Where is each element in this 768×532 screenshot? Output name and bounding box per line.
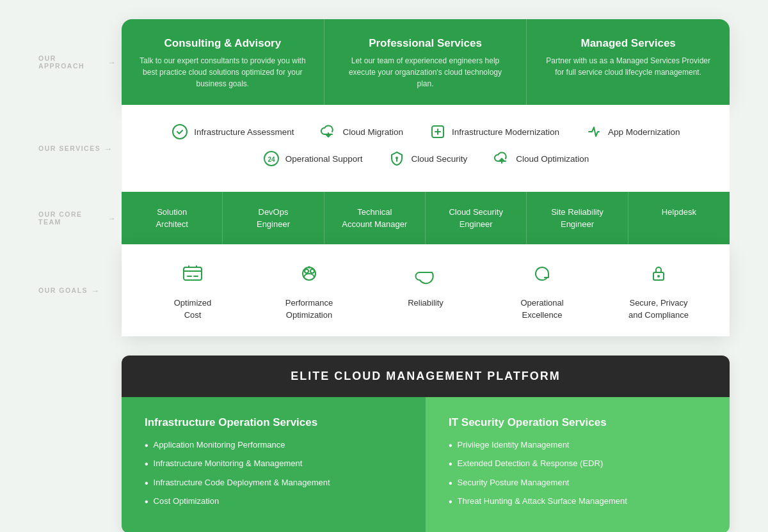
svg-point-0 — [173, 125, 187, 139]
platform-right-heading: IT Security Operation Services — [449, 416, 707, 429]
platform-left-heading: Infrastructure Operation Services — [145, 416, 403, 429]
goal-cost-label: Optimized Cost — [174, 297, 212, 320]
managed-title: Managed Services — [545, 37, 712, 50]
services-row1: Infrastructure Assessment Cloud Migratio… — [147, 123, 704, 141]
services-card: Infrastructure Assessment Cloud Migratio… — [122, 105, 730, 192]
platform-right-item-1: Privilege Identity Management — [449, 439, 707, 453]
team-devops-engineer: DevOps Engineer — [223, 192, 324, 244]
consulting-col: Consulting & Advisory Talk to our expert… — [122, 19, 324, 105]
platform-header: ELITE CLOUD MANAGEMENT PLATFORM — [122, 356, 730, 397]
service-app-modern: App Modernization — [585, 123, 680, 141]
consulting-title: Consulting & Advisory — [140, 37, 306, 50]
top-green-section: Consulting & Advisory Talk to our expert… — [122, 19, 730, 105]
approach-label-col: OUR APPROACH → — [38, 19, 122, 105]
goal-secure-label: Secure, Privacy and Compliance — [628, 297, 689, 320]
core-team-label-col: OUR CORE TEAM → — [38, 192, 122, 244]
op-support-icon: 24 — [262, 150, 280, 168]
service-app-modern-label: App Modernization — [608, 127, 680, 137]
approach-label: OUR APPROACH → — [38, 54, 116, 70]
team-account-manager: Technical Account Manager — [324, 192, 426, 244]
goal-op-label: Operational Excellence — [520, 297, 563, 320]
professional-title: Professional Services — [342, 37, 509, 50]
services-row: OUR SERVICES → In — [38, 105, 730, 192]
goal-op-icon — [531, 262, 554, 290]
page-wrapper: OUR APPROACH → Consulting & Advisory Tal… — [0, 0, 768, 532]
platform-right: IT Security Operation Services Privilege… — [426, 397, 730, 532]
service-infra-modern-label: Infrastructure Modernization — [452, 127, 559, 137]
service-cloud-security: Cloud Security — [388, 150, 467, 168]
platform-left-item-1: Application Monitoring Performance — [145, 439, 403, 453]
services-label-col: OUR SERVICES → — [38, 105, 122, 192]
core-team-section: Solution Architect DevOps Engineer Techn… — [122, 192, 730, 244]
goals-label-col: OUR GOALS → — [38, 244, 122, 336]
infra-modern-icon — [429, 123, 447, 141]
team-account-manager-label: Technical Account Manager — [342, 207, 407, 229]
core-team-card: Solution Architect DevOps Engineer Techn… — [122, 192, 730, 244]
platform-left-item-4: Cost Optimization — [145, 496, 403, 509]
team-cloud-security-engineer-label: Cloud Security Engineer — [449, 207, 503, 229]
goals-arrow: → — [91, 286, 100, 295]
svg-point-10 — [657, 275, 660, 278]
infra-assess-icon — [171, 123, 189, 141]
service-cloud-opt: Cloud Optimization — [493, 150, 589, 168]
consulting-desc: Talk to our expert consultants to provid… — [140, 55, 306, 90]
service-cloud-migration-label: Cloud Migration — [342, 127, 403, 137]
goal-secure: Secure, Privacy and Compliance — [620, 262, 697, 320]
team-site-reliability: Site Reliability Engineer — [527, 192, 628, 244]
goal-reliability: Reliability — [387, 262, 464, 309]
service-cloud-security-label: Cloud Security — [411, 154, 467, 164]
cloud-security-icon — [388, 150, 406, 168]
platform-left-list: Application Monitoring Performance Infra… — [145, 439, 403, 510]
platform-title: ELITE CLOUD MANAGEMENT PLATFORM — [136, 370, 716, 383]
platform-body: Infrastructure Operation Services Applic… — [122, 397, 730, 532]
goal-secure-icon — [647, 262, 670, 290]
approach-arrow: → — [108, 58, 117, 67]
platform-right-item-2: Extended Detection & Response (EDR) — [449, 458, 707, 471]
service-cloud-opt-label: Cloud Optimization — [516, 154, 589, 164]
goal-rel-label: Reliability — [408, 297, 444, 309]
team-helpdesk-label: Helpdesk — [662, 207, 696, 217]
professional-desc: Let our team of experienced engineers he… — [342, 55, 509, 90]
goal-operational: Operational Excellence — [504, 262, 580, 320]
services-arrow: → — [104, 144, 113, 153]
service-op-support: 24 Operational Support — [262, 150, 363, 168]
managed-col: Managed Services Partner with us as a Ma… — [527, 19, 730, 105]
goal-rel-icon — [414, 262, 437, 290]
platform-left: Infrastructure Operation Services Applic… — [122, 397, 426, 532]
core-team-row: OUR CORE TEAM → Solution Architect DevOp… — [38, 192, 730, 244]
cloud-migration-icon — [319, 123, 337, 141]
goals-card: Optimized Cost Performan — [122, 244, 730, 336]
core-team-label: OUR CORE TEAM → — [38, 210, 116, 226]
cloud-opt-icon — [493, 150, 511, 168]
svg-rect-5 — [184, 267, 202, 280]
goals-row: OUR GOALS → — [38, 244, 730, 336]
goal-cost-icon — [181, 262, 204, 290]
team-solution-architect: Solution Architect — [122, 192, 223, 244]
service-infra-modern: Infrastructure Modernization — [429, 123, 559, 141]
platform-left-item-3: Infrastructure Code Deployment & Managem… — [145, 477, 403, 490]
service-infra-assessment-label: Infrastructure Assessment — [194, 127, 294, 137]
svg-point-7 — [305, 269, 308, 273]
platform-right-list: Privilege Identity Management Extended D… — [449, 439, 707, 510]
core-team-arrow: → — [108, 214, 117, 223]
goal-perf-label: Performance Optimization — [285, 297, 333, 320]
service-cloud-migration: Cloud Migration — [319, 123, 403, 141]
goal-performance: Performance Optimization — [271, 262, 348, 320]
service-op-support-label: Operational Support — [285, 154, 363, 164]
svg-point-8 — [310, 269, 314, 273]
app-modern-icon — [585, 123, 603, 141]
approach-card: Consulting & Advisory Talk to our expert… — [122, 19, 730, 105]
team-cloud-security-engineer: Cloud Security Engineer — [426, 192, 527, 244]
team-solution-architect-label: Solution Architect — [156, 207, 188, 229]
managed-desc: Partner with us as a Managed Services Pr… — [545, 55, 712, 78]
services-section: Infrastructure Assessment Cloud Migratio… — [122, 105, 730, 192]
platform-section: ELITE CLOUD MANAGEMENT PLATFORM Infrastr… — [122, 356, 730, 532]
team-devops-engineer-label: DevOps Engineer — [257, 207, 290, 229]
goal-optimized-cost: Optimized Cost — [154, 262, 231, 320]
service-infra-assessment: Infrastructure Assessment — [171, 123, 294, 141]
team-helpdesk: Helpdesk — [628, 192, 730, 244]
platform-right-item-4: Threat Hunting & Attack Surface Manageme… — [449, 496, 707, 509]
approach-row: OUR APPROACH → Consulting & Advisory Tal… — [38, 19, 730, 105]
goals-label: OUR GOALS → — [38, 286, 100, 295]
platform-right-item-3: Security Posture Management — [449, 477, 707, 490]
